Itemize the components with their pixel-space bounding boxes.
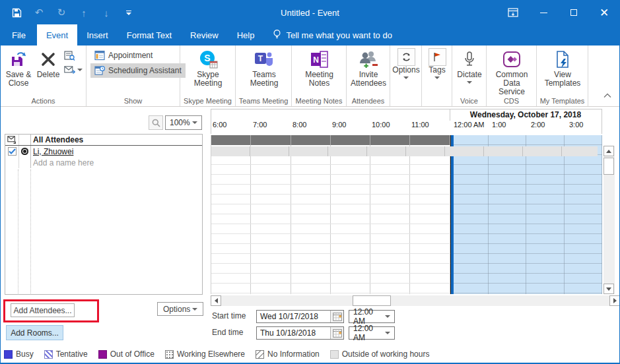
dictate-button[interactable]: Dictate	[455, 48, 484, 84]
legend-item-busy: Busy	[4, 349, 34, 359]
group-voice: Dictate Voice	[452, 46, 487, 106]
hour-label: 8:00	[293, 121, 306, 129]
search-icon	[152, 119, 160, 127]
attendee-list: All Attendees Li, Zhuowei Add a name her…	[5, 134, 203, 295]
tags-button[interactable]: Tags	[425, 48, 449, 79]
title-bar: ↶ ↻ ↑ ↓ Untitled - Event ✕	[1, 1, 619, 24]
free-busy-grid[interactable]	[211, 135, 602, 294]
skype-meeting-button[interactable]: S Skype Meeting	[186, 48, 230, 88]
tell-me-box[interactable]: Tell me what you want to do	[273, 24, 392, 46]
no-information-swatch	[256, 350, 264, 359]
hour-label: 11:00	[411, 121, 429, 129]
appointment-button[interactable]: Appointment	[90, 48, 156, 63]
check-icon	[9, 148, 16, 154]
group-cds: Common Data Service CDS	[487, 46, 537, 106]
end-time-dropdown[interactable]: 12:00 AM	[349, 326, 395, 340]
date-header: Wednesday, October 17, 2018	[450, 110, 602, 119]
group-my-templates: View Templates My Templates	[537, 46, 588, 106]
start-time-dropdown[interactable]: 12:00 AM	[349, 310, 395, 323]
up-arrow-icon	[606, 150, 611, 153]
tab-review[interactable]: Review	[181, 24, 228, 46]
selection-start-bar	[451, 135, 454, 294]
template-document-icon	[554, 48, 571, 71]
busy-swatch	[4, 350, 13, 359]
invite-attendees-button[interactable]: Invite Attendees	[349, 48, 388, 88]
down-arrow-icon	[606, 288, 611, 291]
collapse-ribbon-icon[interactable]	[603, 89, 611, 101]
common-data-service-button[interactable]: Common Data Service	[489, 48, 534, 96]
legend-item-out-of-office: Out of Office	[98, 349, 155, 359]
close-button[interactable]: ✕	[589, 1, 619, 24]
attendee-name-link[interactable]: Li, Zhuowei	[33, 147, 73, 156]
group-label-show: Show	[86, 97, 180, 105]
chevron-down-icon	[467, 81, 472, 84]
teams-icon: T	[254, 48, 275, 71]
save-close-button[interactable]: Save & Close	[3, 48, 34, 88]
zoom-level-value: 100%	[170, 118, 190, 127]
start-date-picker-button[interactable]	[330, 311, 343, 322]
hour-label: 1:00	[492, 121, 506, 129]
scroll-right-button[interactable]	[609, 295, 620, 306]
actions-small-buttons	[64, 51, 83, 74]
options-dropdown[interactable]: Options	[157, 302, 203, 316]
tab-help[interactable]: Help	[228, 24, 264, 46]
start-date-value: Wed 10/17/2018	[257, 312, 330, 321]
attendee-busy-row	[211, 146, 598, 156]
horizontal-scrollbar[interactable]	[211, 295, 620, 306]
selected-time-range[interactable]	[450, 135, 602, 294]
horizontal-scroll-thumb[interactable]	[353, 295, 391, 306]
envelope-icon	[7, 136, 17, 144]
legend-item-tentative: Tentative	[44, 349, 88, 359]
add-attendees-button[interactable]: Add Attendees...	[11, 303, 75, 317]
invite-attendees-icon	[358, 48, 379, 71]
hour-label: 6:00	[213, 121, 226, 129]
add-attendee-row[interactable]: Add a name here	[5, 157, 202, 168]
tab-event[interactable]: Event	[37, 24, 77, 46]
group-label-notes: Meeting Notes	[292, 97, 346, 105]
scheduling-assistant-button[interactable]: Scheduling Assistant	[90, 63, 186, 78]
add-rooms-button[interactable]: Add Rooms...	[6, 325, 63, 340]
teams-meeting-button[interactable]: T Teams Meeting	[242, 48, 287, 88]
skype-icon: S	[197, 48, 219, 71]
vertical-scrollbar[interactable]	[603, 146, 615, 294]
end-date-picker-button[interactable]	[330, 327, 343, 339]
end-date-field[interactable]: Thu 10/18/2018	[256, 326, 344, 340]
svg-text:S: S	[204, 53, 210, 63]
icon-column-header	[18, 135, 30, 145]
group-label-attendees: Attendees	[347, 97, 390, 105]
scroll-down-button[interactable]	[603, 284, 614, 294]
add-name-placeholder[interactable]: Add a name here	[30, 157, 202, 168]
tab-insert[interactable]: Insert	[77, 24, 118, 46]
meeting-occurrence-button[interactable]	[64, 51, 83, 61]
attendee-row[interactable]: Li, Zhuowei	[5, 146, 202, 157]
attendee-list-header: All Attendees	[5, 135, 202, 146]
chevron-down-icon	[77, 69, 83, 71]
chevron-down-icon	[403, 76, 409, 79]
start-time-value: 12:00 AM	[353, 307, 385, 326]
forward-button[interactable]	[64, 66, 83, 74]
minimize-button[interactable]	[528, 1, 559, 24]
group-meeting-notes: N Meeting Notes Meeting Notes	[292, 46, 347, 106]
maximize-button[interactable]	[559, 1, 589, 24]
start-date-field[interactable]: Wed 10/17/2018	[256, 310, 344, 323]
column-dotted-line	[30, 169, 31, 293]
zoom-level-dropdown[interactable]: 100%	[165, 115, 202, 130]
hour-label: 2:00	[531, 121, 545, 129]
sync-options-icon	[397, 48, 415, 66]
zoom-button[interactable]	[149, 115, 163, 130]
view-templates-button[interactable]: View Templates	[541, 48, 584, 88]
options-dropdown-label: Options	[163, 305, 190, 314]
vertical-scroll-thumb[interactable]	[603, 158, 614, 175]
attendee-checkbox[interactable]	[8, 147, 17, 156]
ribbon-display-options-icon[interactable]	[498, 1, 528, 24]
delete-button[interactable]: Delete	[35, 48, 61, 79]
tab-file[interactable]: File	[1, 24, 37, 46]
options-button[interactable]: Options	[394, 48, 419, 79]
end-time-value: 12:00 AM	[353, 324, 385, 342]
lightbulb-icon	[273, 29, 281, 42]
tab-format-text[interactable]: Format Text	[118, 24, 181, 46]
scroll-up-button[interactable]	[603, 146, 614, 156]
meeting-notes-button[interactable]: N Meeting Notes	[297, 48, 341, 88]
scroll-left-button[interactable]	[211, 295, 221, 306]
onenote-icon: N	[309, 48, 330, 71]
